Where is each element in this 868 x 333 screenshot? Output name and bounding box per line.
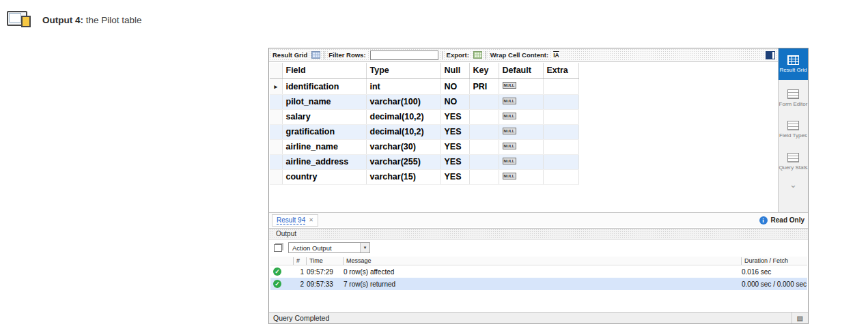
output-row[interactable]: ✓ 1 09:57:29 0 row(s) affected 0.016 sec (270, 265, 807, 278)
cell-field[interactable]: airline_address (282, 154, 366, 169)
cell-key[interactable] (469, 154, 499, 169)
filter-rows-input[interactable] (370, 50, 438, 60)
table-row[interactable]: gratification decimal(10,2) YES NULL (270, 124, 778, 139)
cell-extra[interactable] (543, 154, 578, 169)
result-grid-table: Field Type Null Key Default Extra ▸ iden… (270, 63, 778, 185)
time-column-header: Time (307, 257, 344, 265)
cell-type[interactable]: varchar(255) (366, 154, 440, 169)
status-text: Query Completed (273, 314, 329, 322)
cell-null[interactable]: YES (440, 139, 469, 154)
cell-extra[interactable] (543, 78, 578, 94)
cell-null[interactable]: YES (440, 154, 469, 169)
cell-default[interactable]: NULL (499, 109, 543, 124)
table-row[interactable]: salary decimal(10,2) YES NULL (270, 109, 778, 124)
table-row[interactable]: pilot_name varchar(100) NO NULL (270, 94, 778, 109)
export-label: Export: (446, 50, 470, 59)
filler-cell (578, 78, 778, 94)
null-badge: NULL (503, 98, 516, 104)
list-icon[interactable]: ▤ (792, 313, 808, 323)
column-header-null[interactable]: Null (440, 63, 469, 78)
row-selector[interactable] (270, 109, 282, 124)
cell-default[interactable]: NULL (499, 139, 543, 154)
cell-null[interactable]: NO (440, 78, 469, 94)
table-row[interactable]: ▸ identification int NO PRI NULL (270, 78, 778, 94)
cell-default[interactable]: NULL (499, 169, 543, 184)
column-header-field[interactable]: Field (282, 63, 366, 78)
sidebar-item-form-editor[interactable]: Form Editor (779, 85, 808, 111)
result-sidebar: Result Grid Form Editor Field Types Quer… (778, 48, 808, 212)
cell-extra[interactable] (543, 94, 578, 109)
row-selector[interactable] (270, 169, 282, 184)
column-header-key[interactable]: Key (469, 63, 499, 78)
output-table-header: # Time Message Duration / Fetch (270, 257, 807, 265)
cell-field[interactable]: airline_name (282, 139, 366, 154)
dropdown-arrow-icon[interactable]: ▾ (360, 243, 369, 252)
close-icon[interactable]: ✕ (309, 218, 313, 223)
result-grid-icon[interactable] (311, 51, 320, 59)
cell-key[interactable]: PRI (469, 78, 499, 94)
cell-extra[interactable] (543, 109, 578, 124)
table-header-row: Field Type Null Key Default Extra (270, 63, 778, 78)
cell-key[interactable] (469, 139, 499, 154)
output-row[interactable]: ✓ 2 09:57:33 7 row(s) returned 0.000 sec… (270, 278, 807, 290)
cell-key[interactable] (469, 94, 499, 109)
row-selector[interactable]: ▸ (270, 78, 282, 94)
cell-null[interactable]: NO (440, 94, 469, 109)
cell-null[interactable]: YES (440, 124, 469, 139)
form-editor-icon (787, 89, 799, 99)
column-header-default[interactable]: Default (499, 63, 543, 78)
cell-extra[interactable] (543, 169, 578, 184)
sidebar-item-result-grid[interactable]: Result Grid (779, 48, 808, 80)
cell-default[interactable]: NULL (499, 124, 543, 139)
cell-type[interactable]: decimal(10,2) (366, 109, 440, 124)
sidebar-item-field-types[interactable]: Field Types (779, 117, 808, 143)
row-selector[interactable] (270, 139, 282, 154)
export-icon[interactable] (473, 51, 482, 59)
cell-key[interactable] (469, 109, 499, 124)
row-selector[interactable] (270, 94, 282, 109)
filler-cell (578, 124, 778, 139)
table-row[interactable]: country varchar(15) YES NULL (270, 169, 778, 184)
cell-type[interactable]: varchar(30) (366, 139, 440, 154)
row-selector[interactable] (270, 124, 282, 139)
column-header-extra[interactable]: Extra (543, 63, 578, 78)
cell-field[interactable]: gratification (282, 124, 366, 139)
field-types-icon (787, 121, 799, 130)
cell-type[interactable]: varchar(100) (366, 94, 440, 109)
cell-key[interactable] (469, 169, 499, 184)
document-icon (21, 16, 31, 27)
cell-field[interactable]: identification (282, 78, 366, 94)
cell-default[interactable]: NULL (499, 154, 543, 169)
null-badge: NULL (503, 173, 516, 179)
row-message: 7 row(s) returned (344, 280, 742, 288)
cell-type[interactable]: varchar(15) (366, 169, 440, 184)
toolbar-separator (324, 51, 324, 59)
row-selector[interactable] (270, 154, 282, 169)
status-bar: Query Completed ▤ (269, 312, 808, 323)
cell-extra[interactable] (543, 124, 578, 139)
panel-toggle-icon[interactable] (766, 51, 775, 59)
table-row[interactable]: airline_name varchar(30) YES NULL (270, 139, 778, 154)
sidebar-item-query-stats[interactable]: Query Stats (779, 149, 808, 175)
cell-type[interactable]: int (366, 78, 440, 94)
filter-rows-label: Filter Rows: (328, 50, 366, 59)
chevron-down-icon[interactable]: ⌄ (789, 182, 797, 188)
wrap-cell-content-icon[interactable]: IA (552, 51, 560, 59)
table-row[interactable]: airline_address varchar(255) YES NULL (270, 154, 778, 169)
cell-null[interactable]: YES (440, 169, 469, 184)
output-type-select[interactable]: Action Output ▾ (288, 242, 370, 253)
result-tab[interactable]: Result 94 ✕ (272, 214, 318, 227)
cell-default[interactable]: NULL (499, 94, 543, 109)
cell-field[interactable]: salary (282, 109, 366, 124)
monitor-screen-icon (9, 13, 21, 23)
cell-extra[interactable] (543, 139, 578, 154)
cell-key[interactable] (469, 124, 499, 139)
cell-field[interactable]: pilot_name (282, 94, 366, 109)
cell-null[interactable]: YES (440, 109, 469, 124)
column-header-type[interactable]: Type (366, 63, 440, 78)
cell-type[interactable]: decimal(10,2) (366, 124, 440, 139)
query-stats-icon (787, 153, 799, 162)
output-section-header: Output (269, 228, 808, 240)
cell-default[interactable]: NULL (499, 78, 543, 94)
cell-field[interactable]: country (282, 169, 366, 184)
